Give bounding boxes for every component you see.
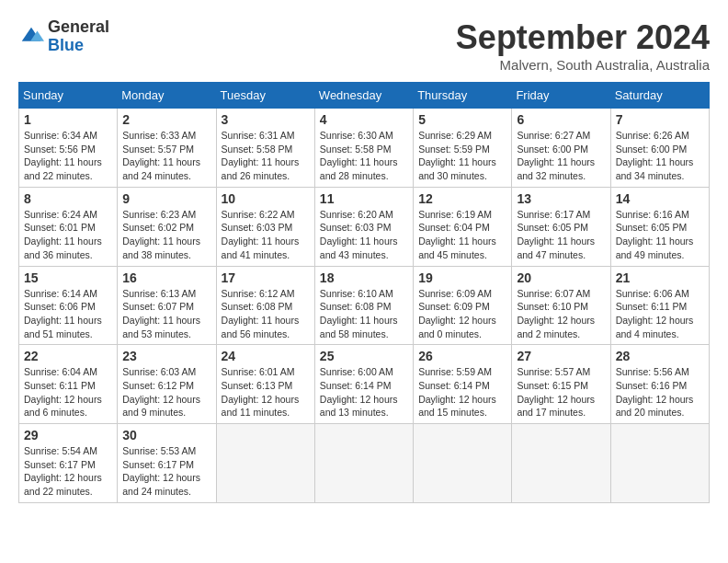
table-row: 22Sunrise: 6:04 AM Sunset: 6:11 PM Dayli…: [19, 345, 118, 424]
day-content: Sunrise: 6:27 AM Sunset: 6:00 PM Dayligh…: [517, 129, 605, 183]
table-row: 3Sunrise: 6:31 AM Sunset: 5:58 PM Daylig…: [216, 109, 314, 188]
table-row: 28Sunrise: 5:56 AM Sunset: 6:16 PM Dayli…: [610, 345, 709, 424]
day-number: 22: [24, 349, 112, 363]
day-content: Sunrise: 6:09 AM Sunset: 6:09 PM Dayligh…: [418, 287, 506, 341]
day-content: Sunrise: 6:22 AM Sunset: 6:03 PM Dayligh…: [222, 208, 310, 262]
table-row: 8Sunrise: 6:24 AM Sunset: 6:01 PM Daylig…: [19, 187, 118, 266]
table-row: [414, 424, 512, 503]
day-content: Sunrise: 6:20 AM Sunset: 6:03 PM Dayligh…: [320, 208, 408, 262]
day-number: 4: [320, 112, 408, 127]
calendar-table: Sunday Monday Tuesday Wednesday Thursday…: [18, 82, 710, 503]
calendar-week-row: 22Sunrise: 6:04 AM Sunset: 6:11 PM Dayli…: [19, 345, 710, 424]
table-row: 12Sunrise: 6:19 AM Sunset: 6:04 PM Dayli…: [414, 187, 512, 266]
table-row: 30Sunrise: 5:53 AM Sunset: 6:17 PM Dayli…: [118, 424, 216, 503]
day-content: Sunrise: 6:01 AM Sunset: 6:13 PM Dayligh…: [222, 365, 310, 419]
day-number: 28: [616, 349, 704, 363]
day-number: 16: [122, 270, 210, 285]
day-number: 17: [222, 270, 310, 285]
day-content: Sunrise: 6:17 AM Sunset: 6:05 PM Dayligh…: [517, 208, 605, 262]
header-tuesday: Tuesday: [216, 83, 314, 109]
location-text: Malvern, South Australia, Australia: [456, 57, 710, 73]
day-content: Sunrise: 6:06 AM Sunset: 6:11 PM Dayligh…: [616, 287, 704, 341]
header-friday: Friday: [512, 83, 610, 109]
day-number: 24: [222, 349, 310, 363]
day-number: 9: [122, 191, 210, 206]
day-number: 18: [320, 270, 408, 285]
table-row: 29Sunrise: 5:54 AM Sunset: 6:17 PM Dayli…: [19, 424, 118, 503]
page-header: General Blue September 2024 Malvern, Sou…: [18, 18, 710, 73]
table-row: [314, 424, 413, 503]
header-monday: Monday: [118, 83, 216, 109]
table-row: 21Sunrise: 6:06 AM Sunset: 6:11 PM Dayli…: [610, 266, 709, 345]
day-content: Sunrise: 6:31 AM Sunset: 5:58 PM Dayligh…: [222, 129, 310, 183]
day-content: Sunrise: 6:14 AM Sunset: 6:06 PM Dayligh…: [24, 287, 112, 341]
day-number: 21: [616, 270, 704, 285]
day-number: 12: [418, 191, 506, 206]
table-row: 26Sunrise: 5:59 AM Sunset: 6:14 PM Dayli…: [414, 345, 512, 424]
day-content: Sunrise: 5:56 AM Sunset: 6:16 PM Dayligh…: [616, 365, 704, 419]
day-content: Sunrise: 6:03 AM Sunset: 6:12 PM Dayligh…: [122, 365, 210, 419]
table-row: 7Sunrise: 6:26 AM Sunset: 6:00 PM Daylig…: [610, 109, 709, 188]
table-row: [216, 424, 314, 503]
day-content: Sunrise: 6:23 AM Sunset: 6:02 PM Dayligh…: [122, 208, 210, 262]
table-row: 16Sunrise: 6:13 AM Sunset: 6:07 PM Dayli…: [118, 266, 216, 345]
day-number: 20: [517, 270, 605, 285]
day-content: Sunrise: 6:26 AM Sunset: 6:00 PM Dayligh…: [616, 129, 704, 183]
table-row: 24Sunrise: 6:01 AM Sunset: 6:13 PM Dayli…: [216, 345, 314, 424]
day-content: Sunrise: 6:30 AM Sunset: 5:58 PM Dayligh…: [320, 129, 408, 183]
calendar-week-row: 29Sunrise: 5:54 AM Sunset: 6:17 PM Dayli…: [19, 424, 710, 503]
day-number: 11: [320, 191, 408, 206]
table-row: 10Sunrise: 6:22 AM Sunset: 6:03 PM Dayli…: [216, 187, 314, 266]
table-row: [512, 424, 610, 503]
month-title: September 2024: [456, 18, 710, 57]
logo-icon: [18, 24, 44, 50]
day-number: 30: [122, 428, 210, 442]
table-row: 2Sunrise: 6:33 AM Sunset: 5:57 PM Daylig…: [118, 109, 216, 188]
day-number: 15: [24, 270, 112, 285]
header-thursday: Thursday: [414, 83, 512, 109]
day-content: Sunrise: 6:33 AM Sunset: 5:57 PM Dayligh…: [122, 129, 210, 183]
day-content: Sunrise: 6:24 AM Sunset: 6:01 PM Dayligh…: [24, 208, 112, 262]
table-row: 18Sunrise: 6:10 AM Sunset: 6:08 PM Dayli…: [314, 266, 413, 345]
day-content: Sunrise: 6:29 AM Sunset: 5:59 PM Dayligh…: [418, 129, 506, 183]
day-content: Sunrise: 6:07 AM Sunset: 6:10 PM Dayligh…: [517, 287, 605, 341]
calendar-week-row: 1Sunrise: 6:34 AM Sunset: 5:56 PM Daylig…: [19, 109, 710, 188]
table-row: 1Sunrise: 6:34 AM Sunset: 5:56 PM Daylig…: [19, 109, 118, 188]
calendar-week-row: 15Sunrise: 6:14 AM Sunset: 6:06 PM Dayli…: [19, 266, 710, 345]
day-content: Sunrise: 6:34 AM Sunset: 5:56 PM Dayligh…: [24, 129, 112, 183]
day-number: 13: [517, 191, 605, 206]
day-content: Sunrise: 5:53 AM Sunset: 6:17 PM Dayligh…: [122, 444, 210, 499]
header-wednesday: Wednesday: [314, 83, 413, 109]
table-row: 23Sunrise: 6:03 AM Sunset: 6:12 PM Dayli…: [118, 345, 216, 424]
day-number: 8: [24, 191, 112, 206]
day-number: 25: [320, 349, 408, 363]
day-number: 5: [418, 112, 506, 127]
logo: General Blue: [18, 18, 109, 55]
table-row: 19Sunrise: 6:09 AM Sunset: 6:09 PM Dayli…: [414, 266, 512, 345]
title-block: September 2024 Malvern, South Australia,…: [456, 18, 710, 73]
table-row: 15Sunrise: 6:14 AM Sunset: 6:06 PM Dayli…: [19, 266, 118, 345]
days-header-row: Sunday Monday Tuesday Wednesday Thursday…: [19, 83, 710, 109]
day-number: 23: [122, 349, 210, 363]
day-content: Sunrise: 5:59 AM Sunset: 6:14 PM Dayligh…: [418, 365, 506, 419]
day-number: 29: [24, 428, 112, 442]
day-number: 26: [418, 349, 506, 363]
day-number: 3: [222, 112, 310, 127]
day-number: 14: [616, 191, 704, 206]
calendar-week-row: 8Sunrise: 6:24 AM Sunset: 6:01 PM Daylig…: [19, 187, 710, 266]
table-row: 14Sunrise: 6:16 AM Sunset: 6:05 PM Dayli…: [610, 187, 709, 266]
day-number: 2: [122, 112, 210, 127]
day-content: Sunrise: 6:13 AM Sunset: 6:07 PM Dayligh…: [122, 287, 210, 341]
day-content: Sunrise: 5:54 AM Sunset: 6:17 PM Dayligh…: [24, 444, 112, 499]
table-row: 27Sunrise: 5:57 AM Sunset: 6:15 PM Dayli…: [512, 345, 610, 424]
day-number: 19: [418, 270, 506, 285]
table-row: 20Sunrise: 6:07 AM Sunset: 6:10 PM Dayli…: [512, 266, 610, 345]
day-content: Sunrise: 6:10 AM Sunset: 6:08 PM Dayligh…: [320, 287, 408, 341]
table-row: [610, 424, 709, 503]
day-content: Sunrise: 5:57 AM Sunset: 6:15 PM Dayligh…: [517, 365, 605, 419]
day-content: Sunrise: 6:12 AM Sunset: 6:08 PM Dayligh…: [222, 287, 310, 341]
day-content: Sunrise: 6:04 AM Sunset: 6:11 PM Dayligh…: [24, 365, 112, 419]
table-row: 5Sunrise: 6:29 AM Sunset: 5:59 PM Daylig…: [414, 109, 512, 188]
day-content: Sunrise: 6:19 AM Sunset: 6:04 PM Dayligh…: [418, 208, 506, 262]
header-sunday: Sunday: [19, 83, 118, 109]
